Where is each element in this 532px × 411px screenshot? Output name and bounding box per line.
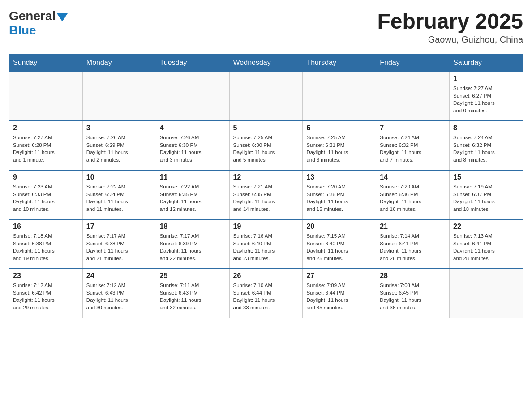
day-number: 13: [306, 173, 372, 181]
day-number: 5: [233, 124, 299, 132]
calendar-day-cell: 18Sunrise: 7:17 AMSunset: 6:39 PMDayligh…: [156, 219, 229, 269]
day-info: Sunrise: 7:26 AMSunset: 6:30 PMDaylight:…: [160, 134, 226, 164]
page-header: General Blue February 2025 Gaowu, Guizho…: [9, 9, 523, 45]
day-number: 2: [13, 124, 79, 132]
calendar-day-cell: [156, 72, 229, 121]
day-number: 11: [160, 173, 226, 181]
day-info: Sunrise: 7:08 AMSunset: 6:45 PMDaylight:…: [380, 282, 446, 312]
calendar-day-cell: [9, 72, 83, 121]
day-info: Sunrise: 7:23 AMSunset: 6:33 PMDaylight:…: [13, 183, 79, 213]
day-info: Sunrise: 7:09 AMSunset: 6:44 PMDaylight:…: [306, 282, 372, 312]
title-block: February 2025 Gaowu, Guizhou, China: [377, 9, 523, 45]
calendar-day-cell: 27Sunrise: 7:09 AMSunset: 6:44 PMDayligh…: [303, 269, 376, 318]
day-info: Sunrise: 7:12 AMSunset: 6:42 PMDaylight:…: [13, 282, 79, 312]
calendar-week-row: 2Sunrise: 7:27 AMSunset: 6:28 PMDaylight…: [9, 121, 523, 170]
day-of-week-header: Thursday: [303, 54, 376, 72]
day-number: 9: [13, 173, 79, 181]
day-number: 15: [453, 173, 519, 181]
day-number: 8: [453, 124, 519, 132]
day-of-week-header: Saturday: [450, 54, 523, 72]
day-number: 20: [306, 223, 372, 231]
day-info: Sunrise: 7:17 AMSunset: 6:38 PMDaylight:…: [86, 232, 152, 262]
calendar-day-cell: 5Sunrise: 7:25 AMSunset: 6:30 PMDaylight…: [229, 121, 303, 170]
calendar-day-cell: [229, 72, 303, 121]
calendar-day-cell: [303, 72, 376, 121]
calendar-day-cell: 12Sunrise: 7:21 AMSunset: 6:35 PMDayligh…: [229, 170, 303, 219]
calendar-day-cell: [450, 269, 523, 318]
calendar-day-cell: 20Sunrise: 7:15 AMSunset: 6:40 PMDayligh…: [303, 219, 376, 269]
calendar-day-cell: 4Sunrise: 7:26 AMSunset: 6:30 PMDaylight…: [156, 121, 229, 170]
calendar-day-cell: 16Sunrise: 7:18 AMSunset: 6:38 PMDayligh…: [9, 219, 83, 269]
calendar-day-cell: 22Sunrise: 7:13 AMSunset: 6:41 PMDayligh…: [450, 219, 523, 269]
day-number: 22: [453, 223, 519, 231]
calendar-day-cell: 15Sunrise: 7:19 AMSunset: 6:37 PMDayligh…: [450, 170, 523, 219]
day-info: Sunrise: 7:20 AMSunset: 6:36 PMDaylight:…: [380, 183, 446, 213]
day-number: 21: [380, 223, 446, 231]
day-info: Sunrise: 7:18 AMSunset: 6:38 PMDaylight:…: [13, 232, 79, 262]
day-info: Sunrise: 7:15 AMSunset: 6:40 PMDaylight:…: [306, 232, 372, 262]
calendar-day-cell: 11Sunrise: 7:22 AMSunset: 6:35 PMDayligh…: [156, 170, 229, 219]
day-number: 27: [306, 272, 372, 280]
day-info: Sunrise: 7:13 AMSunset: 6:41 PMDaylight:…: [453, 232, 519, 262]
day-number: 7: [380, 124, 446, 132]
calendar-day-cell: 14Sunrise: 7:20 AMSunset: 6:36 PMDayligh…: [376, 170, 450, 219]
day-info: Sunrise: 7:21 AMSunset: 6:35 PMDaylight:…: [233, 183, 299, 213]
logo-text-block: General Blue: [9, 9, 68, 38]
day-number: 14: [380, 173, 446, 181]
calendar-week-row: 16Sunrise: 7:18 AMSunset: 6:38 PMDayligh…: [9, 219, 523, 269]
calendar-day-cell: 25Sunrise: 7:11 AMSunset: 6:43 PMDayligh…: [156, 269, 229, 318]
calendar-day-cell: [82, 72, 156, 121]
day-info: Sunrise: 7:16 AMSunset: 6:40 PMDaylight:…: [233, 232, 299, 262]
calendar-header-row: SundayMondayTuesdayWednesdayThursdayFrid…: [9, 54, 523, 72]
calendar-week-row: 1Sunrise: 7:27 AMSunset: 6:27 PMDaylight…: [9, 72, 523, 121]
calendar-day-cell: 26Sunrise: 7:10 AMSunset: 6:44 PMDayligh…: [229, 269, 303, 318]
day-info: Sunrise: 7:11 AMSunset: 6:43 PMDaylight:…: [160, 282, 226, 312]
calendar-week-row: 9Sunrise: 7:23 AMSunset: 6:33 PMDaylight…: [9, 170, 523, 219]
day-info: Sunrise: 7:10 AMSunset: 6:44 PMDaylight:…: [233, 282, 299, 312]
calendar-day-cell: 28Sunrise: 7:08 AMSunset: 6:45 PMDayligh…: [376, 269, 450, 318]
calendar-week-row: 23Sunrise: 7:12 AMSunset: 6:42 PMDayligh…: [9, 269, 523, 318]
calendar-day-cell: 17Sunrise: 7:17 AMSunset: 6:38 PMDayligh…: [82, 219, 156, 269]
calendar-day-cell: 2Sunrise: 7:27 AMSunset: 6:28 PMDaylight…: [9, 121, 83, 170]
calendar-day-cell: [376, 72, 450, 121]
calendar-day-cell: 23Sunrise: 7:12 AMSunset: 6:42 PMDayligh…: [9, 269, 83, 318]
logo-triangle-icon: [57, 13, 68, 21]
day-info: Sunrise: 7:17 AMSunset: 6:39 PMDaylight:…: [160, 232, 226, 262]
day-number: 16: [13, 223, 79, 231]
day-of-week-header: Tuesday: [156, 54, 229, 72]
day-number: 12: [233, 173, 299, 181]
logo-line2: Blue: [9, 23, 68, 38]
location-title: Gaowu, Guizhou, China: [377, 34, 523, 45]
month-title: February 2025: [377, 9, 523, 34]
day-info: Sunrise: 7:19 AMSunset: 6:37 PMDaylight:…: [453, 183, 519, 213]
day-info: Sunrise: 7:27 AMSunset: 6:27 PMDaylight:…: [453, 85, 519, 115]
day-number: 19: [233, 223, 299, 231]
logo: General Blue: [9, 9, 68, 38]
day-info: Sunrise: 7:20 AMSunset: 6:36 PMDaylight:…: [306, 183, 372, 213]
calendar-day-cell: 6Sunrise: 7:25 AMSunset: 6:31 PMDaylight…: [303, 121, 376, 170]
logo-general: General: [9, 9, 56, 23]
logo-blue: Blue: [9, 23, 36, 37]
calendar-day-cell: 8Sunrise: 7:24 AMSunset: 6:32 PMDaylight…: [450, 121, 523, 170]
day-info: Sunrise: 7:24 AMSunset: 6:32 PMDaylight:…: [453, 134, 519, 164]
day-number: 10: [86, 173, 152, 181]
day-info: Sunrise: 7:26 AMSunset: 6:29 PMDaylight:…: [86, 134, 152, 164]
day-of-week-header: Friday: [376, 54, 450, 72]
day-info: Sunrise: 7:12 AMSunset: 6:43 PMDaylight:…: [86, 282, 152, 312]
day-number: 1: [453, 75, 519, 83]
day-of-week-header: Sunday: [9, 54, 83, 72]
calendar-day-cell: 3Sunrise: 7:26 AMSunset: 6:29 PMDaylight…: [82, 121, 156, 170]
logo-line1: General: [9, 9, 68, 23]
calendar-day-cell: 7Sunrise: 7:24 AMSunset: 6:32 PMDaylight…: [376, 121, 450, 170]
day-info: Sunrise: 7:24 AMSunset: 6:32 PMDaylight:…: [380, 134, 446, 164]
day-number: 17: [86, 223, 152, 231]
day-info: Sunrise: 7:25 AMSunset: 6:31 PMDaylight:…: [306, 134, 372, 164]
calendar-day-cell: 21Sunrise: 7:14 AMSunset: 6:41 PMDayligh…: [376, 219, 450, 269]
day-of-week-header: Monday: [82, 54, 156, 72]
calendar-day-cell: 24Sunrise: 7:12 AMSunset: 6:43 PMDayligh…: [82, 269, 156, 318]
day-number: 26: [233, 272, 299, 280]
day-info: Sunrise: 7:27 AMSunset: 6:28 PMDaylight:…: [13, 134, 79, 164]
day-info: Sunrise: 7:14 AMSunset: 6:41 PMDaylight:…: [380, 232, 446, 262]
calendar-table: SundayMondayTuesdayWednesdayThursdayFrid…: [9, 54, 523, 318]
day-info: Sunrise: 7:22 AMSunset: 6:35 PMDaylight:…: [160, 183, 226, 213]
